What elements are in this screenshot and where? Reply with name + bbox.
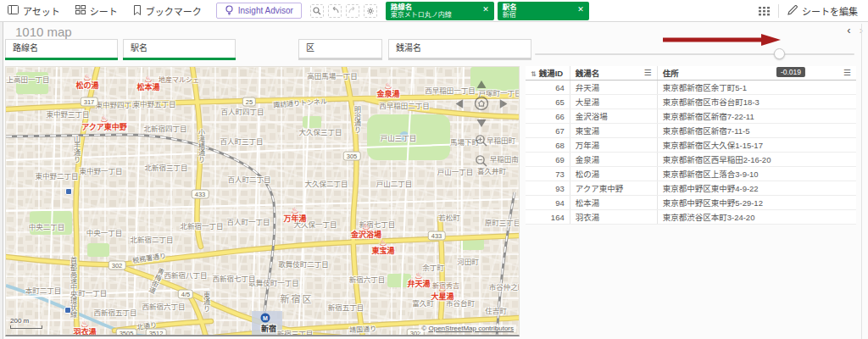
map-label: 西新宿八丁目 [164,270,207,280]
cell-address[interactable]: 東京都新宿区市谷台町18-3 [657,95,856,109]
page-title: 1010 map [15,25,72,39]
onsen-marker-金沢浴場[interactable]: ♨金沢浴場 [351,222,381,239]
toolbar: アセット シート ブックマーク Insight Advisor 路線名東京メトロ… [0,0,868,22]
table-row[interactable]: 73松の湯東京都新宿区上落合3-9-10 [526,167,856,181]
selection-value-label: 新宿 [503,11,585,19]
onsen-marker-松の湯[interactable]: ♨松の湯 [75,73,98,90]
cell-sento-id[interactable]: 64 [526,81,570,95]
column-menu-icon[interactable]: ☰ [644,69,652,77]
cell-address[interactable]: 東京都新宿区大久保1-15-17 [657,138,856,153]
cell-sento-id[interactable]: 93 [526,181,570,196]
cell-sento-id[interactable]: 69 [526,153,570,167]
cell-sento-name[interactable]: 羽衣湯 [570,210,657,225]
onsen-marker-松本湯[interactable]: ♨松本湯 [136,75,159,92]
cell-sento-id[interactable]: 67 [526,124,570,138]
cell-address[interactable]: 東京都新宿区新宿7-22-11 [657,109,856,124]
cell-address[interactable]: 東京都新宿区上落合3-9-10 [657,167,856,181]
map-label: 本町一丁目 [71,287,108,297]
map-label: 河田町 [457,256,479,266]
cell-sento-name[interactable]: 金沢浴場 [570,109,657,124]
sheet-overview-icon[interactable] [750,6,778,16]
onsen-marker-label: 松の湯 [75,81,98,90]
remove-selection-icon[interactable]: ✕ [482,6,489,14]
cell-address[interactable]: 東京都渋谷区本町3-24-20 [657,210,856,225]
cell-sento-id[interactable]: 164 [526,210,570,225]
onsen-marker-万年湯[interactable]: ♨万年湯 [283,206,306,223]
map-label: 税務署通り [131,250,166,264]
prev-sheet-arrow[interactable]: ‹ [847,24,850,36]
onsen-marker-金泉湯[interactable]: ♨金泉湯 [376,81,399,98]
nav-sheets-label: シート [90,4,118,18]
selections-tool-icon[interactable] [364,4,377,18]
onsen-marker-東宝湯[interactable]: ♨東宝湯 [371,238,394,255]
step-back-icon[interactable] [328,4,342,18]
cell-sento-name[interactable]: 松本湯 [570,196,657,210]
filter-銭湯名[interactable]: 銭湯名 [388,39,531,58]
map-label: 地産マルシェ [159,75,199,84]
cell-sento-name[interactable]: 金泉湯 [570,153,657,167]
cell-sento-name[interactable]: 東宝湯 [570,124,657,138]
onsen-marker-大星湯[interactable]: ♨大星湯 [431,284,453,301]
table-row[interactable]: 69金泉湯東京都新宿区西早稲田2-16-20 [526,153,856,167]
map-home-icon[interactable] [475,97,489,114]
cell-sento-name[interactable]: 弁天湯 [570,81,657,95]
cell-sento-name[interactable]: 大星湯 [570,95,657,109]
map-label: 東中野五丁目 [132,98,175,108]
map-pan-up-icon[interactable] [477,76,487,92]
table-row[interactable]: 94松本湯東京都中野区東中野5-29-12 [526,196,856,210]
cell-sento-id[interactable]: 66 [526,109,570,124]
cell-sento-id[interactable]: 65 [526,95,570,109]
smart-search-icon[interactable] [310,4,324,18]
onsen-marker-弁天湯[interactable]: ♨弁天湯 [407,271,430,288]
route-badge: 433 [428,231,446,241]
table-row[interactable]: 64弁天湯東京都新宿区余丁町5-1 [526,81,856,95]
cell-sento-id[interactable]: 68 [526,138,570,153]
cell-sento-name[interactable]: アクア東中野 [570,181,657,196]
filter-区[interactable]: 区 [298,39,382,58]
filter-駅名[interactable]: 駅名 [123,39,236,58]
table-row[interactable]: 65大星湯東京都新宿区市谷台町18-3 [526,95,856,109]
map-pan-down-icon[interactable] [477,115,487,131]
cell-address[interactable]: 東京都新宿区西早稲田2-16-20 [657,153,856,167]
onsen-marker-アクア東中野[interactable]: ♨アクア東中野 [81,114,127,131]
nav-assets[interactable]: アセット [0,0,68,21]
column-menu-icon[interactable]: ☰ [843,69,851,77]
cell-sento-id[interactable]: 73 [526,167,570,181]
table-row[interactable]: 93アクア東中野東京都中野区東中野4-9-22 [526,181,856,196]
col-header-address[interactable]: 住所☰ [657,66,856,81]
map-pan-left-icon[interactable] [456,97,464,112]
cell-sento-name[interactable]: 松の湯 [570,167,657,181]
table-row[interactable]: 164羽衣湯東京都渋谷区本町3-24-20 [526,210,856,225]
table-row[interactable]: 66金沢浴場東京都新宿区新宿7-22-11 [526,109,856,124]
onsen-marker-羽衣湯[interactable]: ♨羽衣湯 [73,320,96,336]
edit-sheet-button[interactable]: シートを編集 [779,4,868,18]
filter-路線名[interactable]: 路線名 [5,39,118,58]
cell-address[interactable]: 東京都新宿区余丁町5-1 [657,81,856,95]
osm-link[interactable]: OpenStreetMap contributors [429,325,515,332]
selection-chip-路線名[interactable]: 路線名東京メトロ丸ノ内線✕ [386,2,494,20]
map-chart[interactable]: 上高田一丁目高田馬場一丁目地産マルシェ東中野三丁目東中野四丁目東中野五丁目諏訪通… [5,66,520,336]
map-label: 中央二丁目 [29,221,65,231]
col-header-sento-name[interactable]: 銭湯名☰ [570,66,657,81]
remove-selection-icon[interactable]: ✕ [577,6,584,14]
table-row[interactable]: 68万年湯東京都新宿区大久保1-15-17 [526,138,856,153]
selection-field-label: 駅名 [503,3,585,11]
cell-sento-name[interactable]: 万年湯 [570,138,657,153]
cell-sento-id[interactable]: 94 [526,196,570,210]
nav-bookmarks[interactable]: ブックマーク [125,0,209,21]
cell-address[interactable]: 東京都中野区東中野5-29-12 [657,196,856,210]
map-label: 上高田一丁目 [6,74,49,84]
col-header-sento-id[interactable]: ⇅銭湯ID [526,66,570,81]
cell-address[interactable]: 東京都中野区東中野4-9-22 [657,181,856,196]
map-zoom-out-icon[interactable] [476,155,488,171]
selection-chip-駅名[interactable]: 駅名新宿✕ [498,2,589,20]
cell-address[interactable]: 東京都新宿区新宿7-11-5 [657,124,856,138]
map-scale-label: 200 m [10,317,29,325]
slider-track[interactable] [535,53,854,55]
nav-sheets[interactable]: シート [68,0,125,21]
map-zoom-in-icon[interactable] [476,135,488,151]
map-pan-right-icon[interactable] [500,97,508,112]
step-forward-icon[interactable] [346,4,359,18]
table-row[interactable]: 67東宝湯東京都新宿区新宿7-11-5 [526,124,856,138]
insight-advisor-button[interactable]: Insight Advisor [216,3,302,19]
